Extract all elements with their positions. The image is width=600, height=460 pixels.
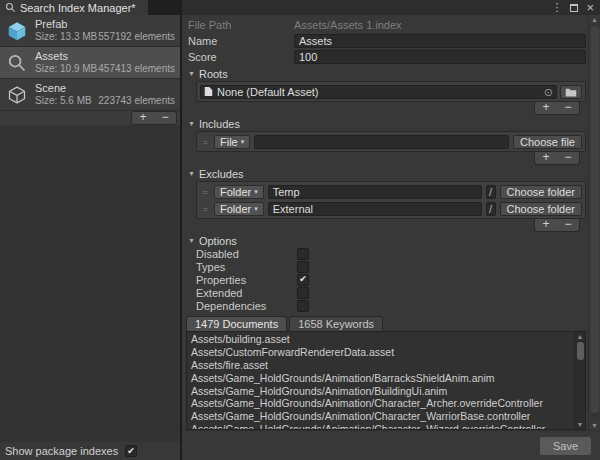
name-label: Name xyxy=(186,35,294,47)
remove-include-button[interactable]: − xyxy=(557,152,579,164)
option-label-properties: Properties xyxy=(196,274,297,286)
menu-icon[interactable]: ⋮ xyxy=(551,2,562,13)
scrollbar-thumb[interactable] xyxy=(577,342,584,360)
remove-exclude-button[interactable]: − xyxy=(557,219,579,231)
index-settings-panel: File Path Assets/Assets 1.index Name Ass… xyxy=(182,15,600,460)
add-exclude-button[interactable]: + xyxy=(535,219,557,231)
file-path-label: File Path xyxy=(186,19,294,31)
option-checkbox-types[interactable] xyxy=(297,261,309,273)
index-row-assets[interactable]: Assets Size: 10.9 MB 457413 elements xyxy=(0,47,180,79)
document-item[interactable]: Assets/Game_HoldGrounds/Animation/Barrac… xyxy=(187,372,574,385)
includes-foldout[interactable]: ▼ Includes xyxy=(186,117,588,130)
document-item[interactable]: Assets/Game_HoldGrounds/Animation/Charac… xyxy=(187,410,574,423)
index-name: Prefab xyxy=(35,18,175,31)
document-item[interactable]: Assets/building.asset xyxy=(187,333,574,346)
remove-index-button[interactable]: − xyxy=(154,112,176,124)
path-separator: / xyxy=(486,185,496,199)
remove-root-button[interactable]: − xyxy=(557,102,579,114)
document-item[interactable]: Assets/CustomForwardRendererData.asset xyxy=(187,346,574,359)
option-label-disabled: Disabled xyxy=(196,248,297,260)
document-item[interactable]: Assets/fire.asset xyxy=(187,359,574,372)
index-row-scene[interactable]: Scene Size: 5.6 MB 223743 elements xyxy=(0,79,180,111)
option-checkbox-properties[interactable]: ✔ xyxy=(297,274,309,286)
add-include-button[interactable]: + xyxy=(535,152,557,164)
choose-folder-button[interactable]: Choose folder xyxy=(500,202,583,216)
results-tabbar: 1479 Documents 1658 Keywords xyxy=(186,316,588,331)
excludes-list: = Folder ▾ Temp / Choose folder = Folder xyxy=(196,181,586,219)
maximize-icon[interactable] xyxy=(570,4,578,12)
exclude-path-field[interactable]: Temp xyxy=(268,185,482,199)
drag-handle-icon[interactable]: = xyxy=(200,187,210,197)
window-controls: ⋮ × xyxy=(182,0,600,15)
include-type-dropdown[interactable]: File ▾ xyxy=(214,135,250,149)
index-list-add-remove: + − xyxy=(131,111,177,125)
path-separator: / xyxy=(486,202,496,216)
excludes-add-remove: + − xyxy=(534,219,580,232)
roots-list: None (Default Asset) ⊙ xyxy=(196,81,586,102)
choose-file-button[interactable]: Choose file xyxy=(513,135,582,149)
includes-list: = File ▾ Choose file xyxy=(196,131,586,152)
exclude-row: = Folder ▾ External / Choose folder xyxy=(198,200,584,217)
index-row-prefab[interactable]: Prefab Size: 13.3 MB 557192 elements xyxy=(0,15,180,47)
index-size: Size: 5.6 MB xyxy=(35,95,92,107)
excludes-foldout[interactable]: ▼ Excludes xyxy=(186,167,588,180)
save-button[interactable]: Save xyxy=(539,436,592,456)
name-field[interactable]: Assets xyxy=(294,34,586,48)
scroll-up-icon[interactable]: ▲ xyxy=(577,332,584,341)
document-item[interactable]: Assets/Game_HoldGrounds/Animation/Charac… xyxy=(187,423,574,429)
index-elements: 223743 elements xyxy=(98,95,175,107)
includes-add-remove: + − xyxy=(534,152,580,165)
documents-list: Assets/building.asset Assets/CustomForwa… xyxy=(186,331,586,430)
drag-handle-icon[interactable]: = xyxy=(200,137,210,147)
tab-keywords[interactable]: 1658 Keywords xyxy=(289,316,383,331)
scroll-down-icon[interactable]: ▼ xyxy=(577,420,584,429)
add-index-button[interactable]: + xyxy=(132,112,154,124)
foldout-arrow-icon: ▼ xyxy=(188,120,195,127)
dropdown-caret-icon: ▾ xyxy=(241,136,245,148)
index-size: Size: 10.9 MB xyxy=(35,63,97,75)
folder-icon xyxy=(565,87,577,97)
close-icon[interactable]: × xyxy=(586,2,594,13)
exclude-type-dropdown[interactable]: Folder ▾ xyxy=(214,202,264,216)
root-object-field[interactable]: None (Default Asset) ⊙ xyxy=(200,85,557,99)
include-path-field[interactable] xyxy=(254,135,509,149)
dropdown-caret-icon: ▾ xyxy=(254,203,258,215)
document-item[interactable]: Assets/Game_HoldGrounds/Animation/Buildi… xyxy=(187,385,574,398)
index-elements: 457413 elements xyxy=(98,63,175,75)
include-row: = File ▾ Choose file xyxy=(198,133,584,150)
index-elements: 557192 elements xyxy=(98,31,175,43)
tab-documents[interactable]: 1479 Documents xyxy=(186,316,287,331)
drag-handle-icon[interactable]: = xyxy=(200,204,210,214)
scroll-down-icon[interactable]: ▼ xyxy=(591,421,598,430)
options-foldout[interactable]: ▼ Options xyxy=(186,234,588,247)
search-icon xyxy=(5,2,16,13)
add-root-button[interactable]: + xyxy=(535,102,557,114)
root-browse-folder-button[interactable] xyxy=(560,85,582,99)
roots-add-remove: + − xyxy=(534,102,580,115)
option-checkbox-extended[interactable] xyxy=(297,287,309,299)
choose-folder-button[interactable]: Choose folder xyxy=(500,185,583,199)
show-package-indexes-checkbox[interactable]: ✔ xyxy=(125,445,137,457)
window-tab-search-index-manager[interactable]: Search Index Manager* xyxy=(0,0,148,15)
root-entry-row: None (Default Asset) ⊙ xyxy=(198,83,584,100)
option-checkbox-dependencies[interactable] xyxy=(297,300,309,312)
object-picker-icon[interactable]: ⊙ xyxy=(544,86,553,98)
tab-strip: Search Index Manager* xyxy=(0,0,182,15)
index-name: Assets xyxy=(35,50,175,63)
score-label: Score xyxy=(186,51,294,63)
exclude-type-dropdown[interactable]: Folder ▾ xyxy=(214,185,264,199)
prefab-cube-icon xyxy=(5,19,29,43)
show-package-indexes-label: Show package indexes xyxy=(5,445,118,457)
file-path-value: Assets/Assets 1.index xyxy=(294,19,588,31)
index-name: Scene xyxy=(35,82,175,95)
score-field[interactable]: 100 xyxy=(294,50,586,64)
roots-foldout[interactable]: ▼ Roots xyxy=(186,67,588,80)
documents-scrollbar[interactable]: ▲ ▼ xyxy=(574,332,585,429)
scrollbar-thumb[interactable] xyxy=(591,26,599,413)
scroll-up-icon[interactable]: ▲ xyxy=(591,15,598,24)
exclude-path-field[interactable]: External xyxy=(268,202,482,216)
page-icon xyxy=(204,86,213,97)
option-checkbox-disabled[interactable] xyxy=(297,248,309,260)
document-item[interactable]: Assets/Game_HoldGrounds/Animation/Charac… xyxy=(187,397,574,410)
panel-scrollbar[interactable]: ▲ ▼ xyxy=(588,15,600,430)
